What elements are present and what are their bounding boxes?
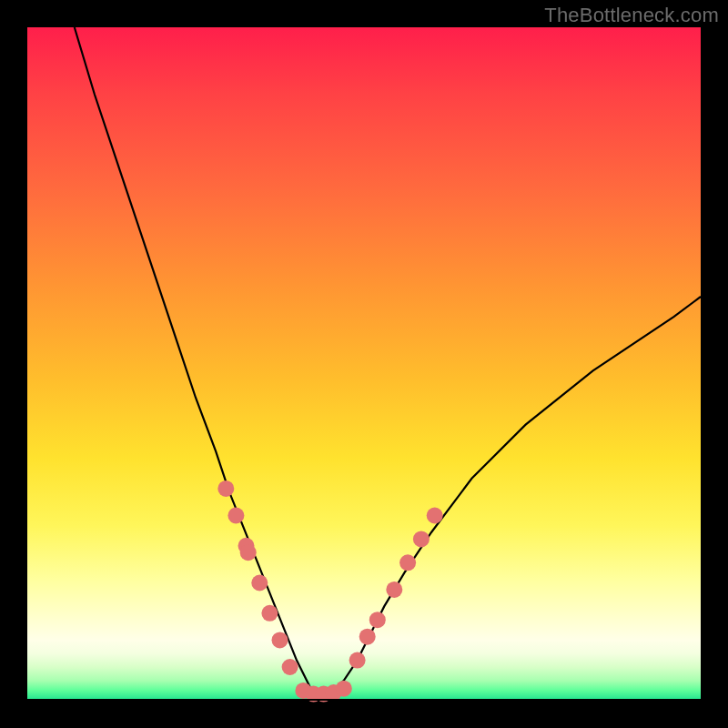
bottleneck-curve — [75, 27, 701, 701]
data-point — [369, 612, 386, 628]
data-point — [240, 544, 257, 561]
data-point — [427, 508, 443, 524]
data-point — [349, 652, 366, 669]
data-markers — [217, 480, 442, 703]
data-point — [336, 681, 352, 697]
data-point — [217, 480, 234, 497]
curve-svg — [27, 27, 701, 701]
data-point — [359, 629, 376, 645]
data-point — [399, 554, 416, 571]
data-point — [261, 605, 278, 622]
data-point — [272, 632, 288, 648]
chart-frame: TheBottleneck.com — [0, 0, 728, 728]
data-point — [228, 508, 244, 524]
data-point — [386, 581, 402, 598]
data-point — [282, 659, 298, 675]
plot-area — [27, 27, 701, 701]
data-point — [413, 531, 430, 547]
data-point — [251, 575, 268, 592]
watermark-label: TheBottleneck.com — [544, 4, 719, 27]
x-axis-baseline — [27, 699, 701, 701]
